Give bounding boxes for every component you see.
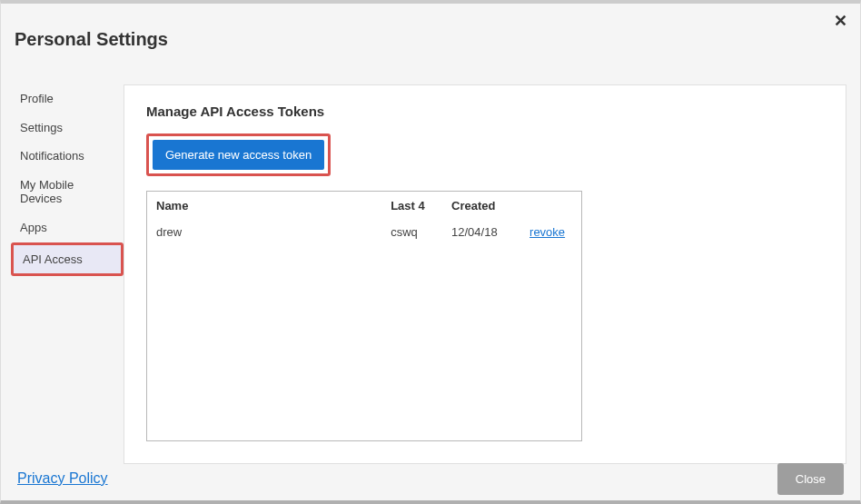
cell-created: 12/04/18 [442,220,520,244]
footer: Privacy Policy Close [1,457,860,500]
close-button[interactable]: Close [777,463,844,495]
sidebar-item-settings[interactable]: Settings [15,114,124,143]
token-table-container: Name Last 4 Created drew cswq 12/04/18 r… [146,191,582,441]
col-header-created: Created [442,192,520,220]
settings-modal: ✕ Personal Settings Profile Settings Not… [0,0,861,504]
page-title: Personal Settings [1,4,860,50]
sidebar-item-profile[interactable]: Profile [15,84,124,114]
table-row: drew cswq 12/04/18 revoke [147,220,581,244]
close-icon[interactable]: ✕ [834,11,847,31]
col-header-action [520,192,581,220]
table-header-row: Name Last 4 Created [147,192,581,220]
col-header-last4: Last 4 [381,192,442,220]
revoke-link[interactable]: revoke [529,225,565,239]
main-panel: Manage API Access Tokens Generate new ac… [124,84,846,464]
cell-name: drew [147,220,381,244]
sidebar: Profile Settings Notifications My Mobile… [1,84,124,276]
content: Profile Settings Notifications My Mobile… [1,50,860,464]
sidebar-item-notifications[interactable]: Notifications [15,142,124,171]
privacy-policy-link[interactable]: Privacy Policy [17,470,108,487]
col-header-name: Name [147,192,381,220]
cell-last4: cswq [381,220,442,244]
sidebar-item-my-mobile-devices[interactable]: My Mobile Devices [15,171,124,213]
generate-token-button[interactable]: Generate new access token [153,140,324,170]
panel-heading: Manage API Access Tokens [146,104,824,119]
sidebar-item-api-access[interactable]: API Access [11,242,124,277]
token-table: Name Last 4 Created drew cswq 12/04/18 r… [147,192,581,244]
generate-token-highlight: Generate new access token [146,133,331,176]
sidebar-item-apps[interactable]: Apps [15,213,124,242]
